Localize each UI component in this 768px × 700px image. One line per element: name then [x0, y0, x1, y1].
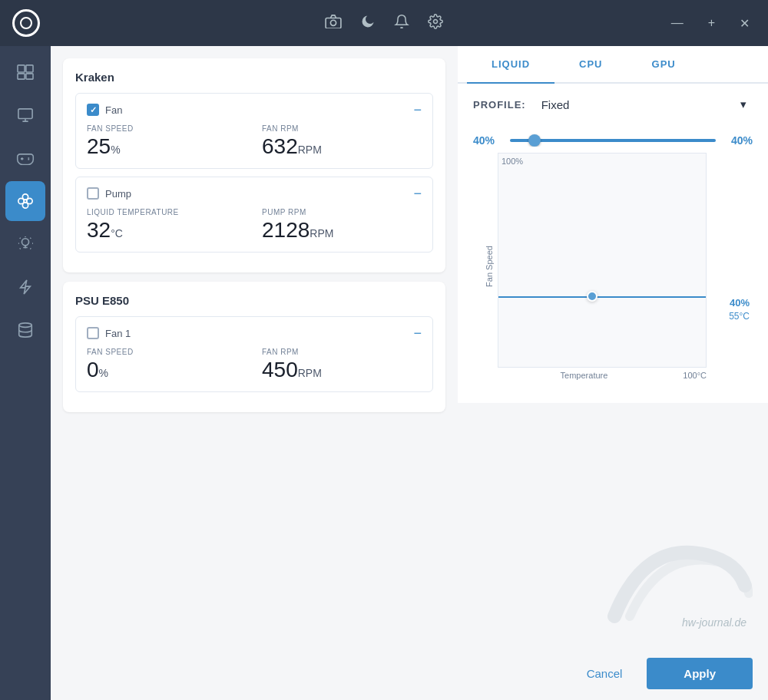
kraken-fan-checkbox[interactable]	[87, 104, 99, 116]
psu-fan1-header: Fan 1 −	[87, 326, 422, 340]
svg-rect-4	[26, 65, 33, 72]
moon-icon[interactable]	[360, 14, 376, 33]
maximize-button[interactable]: +	[702, 13, 721, 33]
watermark-area: hw-journal.de	[458, 403, 768, 647]
content-area: Kraken Fan − FAN SPEED	[51, 46, 768, 700]
profile-value: Fixed	[541, 98, 570, 111]
svg-point-9	[22, 239, 28, 246]
kraken-fan-rpm-value: 632RPM	[262, 134, 422, 159]
bell-icon[interactable]	[394, 13, 409, 34]
slider-track[interactable]	[510, 139, 716, 142]
svg-point-10	[19, 323, 32, 328]
sidebar-item-lighting[interactable]	[5, 224, 45, 264]
profile-dropdown-icon: ▾	[740, 97, 746, 111]
apply-button[interactable]: Apply	[647, 658, 753, 689]
chart-x-axis-label: Temperature	[561, 371, 608, 380]
settings-icon[interactable]	[428, 14, 443, 33]
main-layout: Kraken Fan − FAN SPEED	[0, 46, 768, 700]
chart-right-speed: 40%	[730, 297, 750, 309]
slider-area: 40% 40%	[458, 125, 768, 147]
left-panel: Kraken Fan − FAN SPEED	[51, 46, 458, 700]
kraken-fan-title: Fan	[87, 104, 122, 116]
svg-rect-3	[18, 65, 25, 72]
app-logo	[12, 9, 40, 37]
kraken-pump-stats: LIQUID TEMPERATURE 32°C PUMP RPM 2128RPM	[87, 208, 422, 243]
psu-fan1-stats: FAN SPEED 0% FAN RPM 450RPM	[87, 348, 422, 382]
svg-point-2	[434, 19, 438, 23]
profile-bar: PROFILE: Fixed ▾	[458, 84, 768, 125]
camera-icon[interactable]	[325, 15, 342, 32]
watermark-swoosh	[584, 524, 753, 624]
kraken-pump-title: Pump	[87, 187, 131, 200]
profile-select[interactable]: Fixed ▾	[535, 94, 753, 114]
kraken-fan-speed: FAN SPEED 25%	[87, 124, 247, 159]
sidebar-item-controller[interactable]	[5, 138, 45, 178]
svg-rect-7	[18, 109, 32, 119]
chart-right-temp: 55°C	[729, 311, 750, 322]
device-psu-name: PSU E850	[75, 294, 433, 307]
kraken-fan-speed-value: 25%	[87, 134, 247, 159]
device-psu: PSU E850 Fan 1 − FAN SPEED	[63, 282, 445, 412]
chart-control-dot[interactable]	[587, 291, 598, 302]
kraken-liquid-temp: LIQUID TEMPERATURE 32°C	[87, 208, 247, 243]
window-controls: — + ✕	[665, 13, 756, 34]
watermark-text: hw-journal.de	[682, 616, 746, 629]
tabs: LIQUID CPU GPU	[458, 46, 768, 84]
sidebar-item-storage[interactable]	[5, 310, 45, 350]
psu-fan1-block: Fan 1 − FAN SPEED 0% FAN RPM	[75, 316, 433, 392]
kraken-pump-checkbox[interactable]	[87, 187, 99, 200]
minimize-button[interactable]: —	[665, 13, 690, 33]
svg-rect-5	[18, 74, 25, 79]
tab-gpu[interactable]: GPU	[627, 46, 700, 84]
sidebar-item-power[interactable]	[5, 267, 45, 307]
sidebar-item-monitor[interactable]	[5, 95, 45, 135]
psu-fan-rpm-value: 450RPM	[262, 358, 422, 382]
kraken-fan-rpm: FAN RPM 632RPM	[262, 124, 422, 159]
psu-fan-rpm: FAN RPM 450RPM	[262, 348, 422, 382]
psu-fan-speed: FAN SPEED 0%	[87, 348, 247, 382]
titlebar: — + ✕	[0, 0, 768, 46]
kraken-pump-block: Pump − LIQUID TEMPERATURE 32°C PUMP RPM	[75, 177, 433, 253]
kraken-fan-collapse[interactable]: −	[413, 103, 422, 117]
chart-container: Fan Speed 100% 40% 55°C Temperature 100°…	[458, 147, 768, 403]
chart-x-max: 100°C	[683, 371, 707, 380]
kraken-pump-rpm-value: 2128RPM	[262, 218, 422, 243]
sidebar-item-fan[interactable]	[5, 181, 45, 221]
kraken-fan-stats: FAN SPEED 25% FAN RPM 632RPM	[87, 124, 422, 159]
chart-y-max: 100%	[502, 157, 523, 166]
tab-cpu[interactable]: CPU	[554, 46, 627, 84]
sidebar	[0, 46, 51, 700]
titlebar-icons	[325, 13, 443, 34]
psu-fan1-checkbox[interactable]	[87, 327, 99, 339]
kraken-pump-rpm: PUMP RPM 2128RPM	[262, 208, 422, 243]
kraken-fan-header: Fan −	[87, 103, 422, 117]
chart-x-labels: Temperature 100°C	[498, 368, 707, 380]
kraken-fan-block: Fan − FAN SPEED 25% FAN RPM	[75, 93, 433, 169]
psu-fan1-title: Fan 1	[87, 327, 131, 339]
slider-right-label: 40%	[725, 134, 753, 147]
slider-thumb[interactable]	[528, 134, 541, 147]
psu-fan1-collapse[interactable]: −	[413, 326, 422, 340]
psu-fan-speed-value: 0%	[87, 358, 247, 382]
kraken-pump-header: Pump −	[87, 187, 422, 200]
kraken-pump-collapse[interactable]: −	[413, 187, 422, 200]
action-bar: Cancel Apply	[458, 647, 768, 700]
chart-speed-line	[498, 296, 706, 298]
svg-rect-6	[26, 74, 33, 79]
profile-label: PROFILE:	[473, 99, 526, 111]
chart-y-label: Fan Speed	[485, 246, 494, 287]
sidebar-item-dashboard[interactable]	[5, 52, 45, 92]
chart-area[interactable]: 100%	[498, 153, 707, 368]
cancel-button[interactable]: Cancel	[574, 661, 635, 686]
right-panel: LIQUID CPU GPU PROFILE: Fixed ▾ 40% 40%	[458, 46, 768, 700]
kraken-liquid-temp-value: 32°C	[87, 218, 247, 243]
close-button[interactable]: ✕	[733, 13, 756, 34]
slider-left-label: 40%	[473, 134, 501, 147]
tab-liquid[interactable]: LIQUID	[467, 46, 554, 84]
device-kraken: Kraken Fan − FAN SPEED	[63, 58, 445, 272]
device-kraken-name: Kraken	[75, 71, 433, 84]
svg-point-1	[330, 20, 336, 25]
